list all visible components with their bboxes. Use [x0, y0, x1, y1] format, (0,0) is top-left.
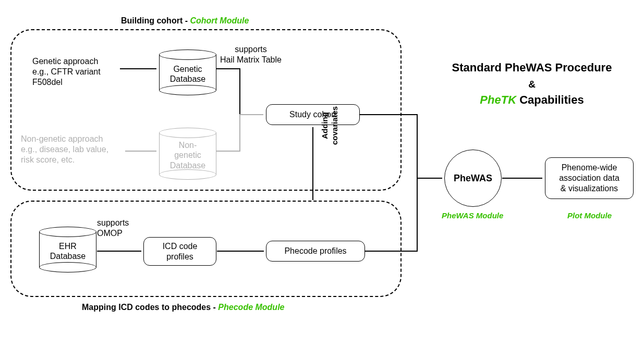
phewas-module-tag: PheWAS Module [442, 211, 503, 220]
plot-module-tag: Plot Module [567, 211, 612, 220]
title-rest: Capabilities [516, 93, 584, 106]
nongenetic-database: Non- genetic Database [159, 128, 216, 180]
output-node: Phenome-wide association data & visualiz… [545, 157, 634, 199]
diagram-title: Standard PheWAS Procedure & PheTK Capabi… [428, 60, 636, 108]
nongenetic-approach-text: Non-genetic approach e.g., disease, lab … [21, 134, 108, 165]
phewas-label: PheWAS [454, 173, 492, 184]
phewas-node: PheWAS [444, 150, 502, 207]
cohort-group-label: Building cohort - Cohort Module [121, 16, 249, 26]
adding-covariates-label: Adding covariates [320, 106, 340, 145]
phecode-group-label: Mapping ICD codes to phecodes - Phecode … [82, 302, 284, 313]
phecode-group-label-text: Mapping ICD codes to phecodes - [82, 303, 218, 312]
output-label: Phenome-wide association data & visualiz… [559, 163, 619, 194]
genetic-database: Genetic Database [159, 49, 216, 95]
cohort-module-tag: Cohort Module [190, 16, 249, 25]
phecode-profiles-node: Phecode profiles [266, 241, 365, 262]
genetic-database-label: Genetic Database [170, 61, 206, 84]
title-phetk: PheTK [480, 93, 516, 106]
title-line1: Standard PheWAS Procedure [452, 61, 612, 74]
ehr-database: EHR Database [39, 227, 96, 272]
hail-note: supports Hail Matrix Table [220, 44, 282, 65]
icd-profiles-label: ICD code profiles [163, 241, 198, 262]
study-cohort-node: Study cohort [266, 104, 360, 125]
nongenetic-database-label: Non- genetic Database [170, 137, 206, 170]
omop-note: supports OMOP [97, 218, 129, 239]
genetic-approach-text: Genetic approach e.g., CFTR variant F508… [32, 56, 101, 88]
icd-profiles-node: ICD code profiles [143, 237, 216, 266]
title-amp: & [528, 79, 536, 90]
phecode-module-tag: Phecode Module [218, 303, 284, 312]
ehr-database-label: EHR Database [50, 238, 86, 261]
cohort-group-label-text: Building cohort - [121, 16, 190, 25]
phecode-profiles-label: Phecode profiles [284, 246, 346, 256]
